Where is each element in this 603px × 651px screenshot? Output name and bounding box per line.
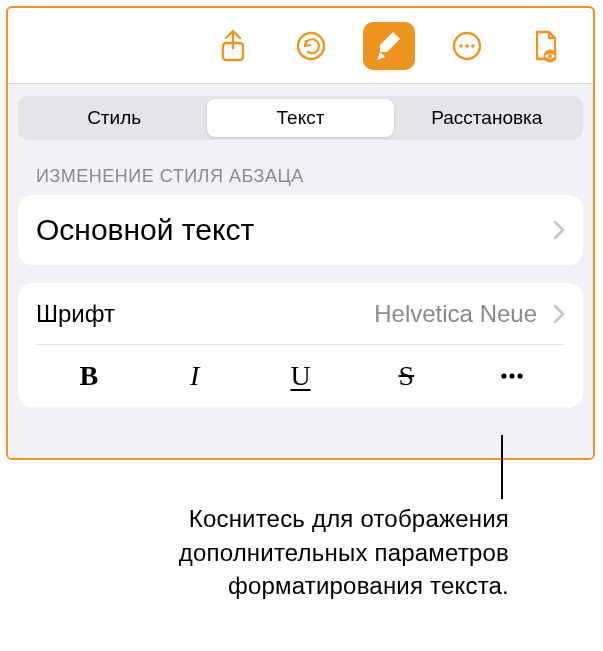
paragraph-style-section-header: Изменение стиля абзаца bbox=[36, 166, 583, 187]
share-icon bbox=[216, 29, 250, 63]
font-label: Шрифт bbox=[36, 300, 364, 328]
strikethrough-button[interactable]: S bbox=[353, 345, 459, 407]
undo-icon bbox=[294, 29, 328, 63]
more-icon bbox=[450, 29, 484, 63]
font-row[interactable]: Шрифт Helvetica Neue bbox=[36, 283, 565, 345]
paragraph-style-row[interactable]: Основной текст bbox=[36, 195, 565, 265]
svg-point-8 bbox=[548, 54, 552, 58]
format-tabs: Стиль Текст Расстановка bbox=[18, 96, 583, 140]
document-view-button[interactable] bbox=[519, 22, 571, 70]
italic-button[interactable]: I bbox=[142, 345, 248, 407]
svg-point-5 bbox=[471, 44, 475, 48]
format-button[interactable] bbox=[363, 22, 415, 70]
underline-button[interactable]: U bbox=[248, 345, 354, 407]
spacer bbox=[18, 265, 583, 283]
tab-style[interactable]: Стиль bbox=[21, 99, 207, 137]
svg-point-10 bbox=[509, 373, 514, 378]
svg-point-11 bbox=[517, 373, 522, 378]
tab-arrange[interactable]: Расстановка bbox=[394, 99, 580, 137]
more-icon bbox=[497, 361, 527, 391]
callout-caption: Коснитесь для отображения дополнительных… bbox=[0, 502, 603, 603]
text-style-buttons-row: B I U S bbox=[36, 345, 565, 407]
svg-point-9 bbox=[501, 373, 506, 378]
toolbar bbox=[8, 8, 593, 84]
callout-line bbox=[501, 435, 503, 499]
text-more-options-button[interactable] bbox=[459, 345, 565, 407]
paragraph-style-card: Основной текст bbox=[18, 195, 583, 265]
font-value: Helvetica Neue bbox=[374, 300, 537, 328]
chevron-right-icon bbox=[553, 304, 565, 324]
share-button[interactable] bbox=[207, 22, 259, 70]
app-frame: Стиль Текст Расстановка Изменение стиля … bbox=[6, 6, 595, 460]
bold-button[interactable]: B bbox=[36, 345, 142, 407]
font-card: Шрифт Helvetica Neue B I U S bbox=[18, 283, 583, 407]
document-view-icon bbox=[528, 29, 562, 63]
more-button[interactable] bbox=[441, 22, 493, 70]
svg-point-4 bbox=[465, 44, 469, 48]
paragraph-style-name: Основной текст bbox=[36, 213, 537, 247]
undo-button[interactable] bbox=[285, 22, 337, 70]
chevron-right-icon bbox=[553, 220, 565, 240]
brush-icon bbox=[372, 29, 406, 63]
svg-point-3 bbox=[459, 44, 463, 48]
format-panel: Стиль Текст Расстановка Изменение стиля … bbox=[8, 84, 593, 458]
tab-text[interactable]: Текст bbox=[207, 99, 393, 137]
